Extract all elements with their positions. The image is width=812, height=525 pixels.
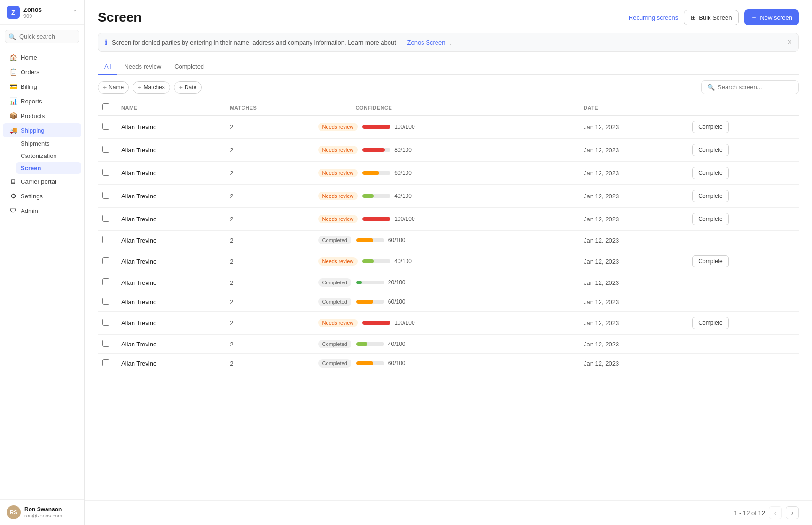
sidebar: Z Zonos 909 ⌃ 🔍 🏠 Home 📋 Orders 💳 Billin… [0, 0, 85, 525]
recurring-screens-button[interactable]: Recurring screens [629, 14, 679, 21]
name-cell: Allan Trevino [117, 312, 225, 335]
status-badge: Needs review [318, 146, 358, 154]
matches-cell: 2 [225, 335, 313, 354]
confidence-wrap: 40/100 [362, 193, 418, 199]
complete-button[interactable]: Complete [692, 190, 728, 202]
row-checkbox[interactable] [102, 236, 109, 243]
confidence-label: 60/100 [388, 360, 412, 367]
action-cell: Complete [687, 116, 799, 139]
row-checkbox[interactable] [102, 340, 109, 347]
admin-icon: 🛡 [9, 207, 17, 214]
settings-icon: ⚙ [9, 192, 17, 200]
filter-date[interactable]: + Date [174, 81, 202, 94]
sidebar-item-label: Settings [21, 193, 43, 200]
complete-button[interactable]: Complete [692, 213, 728, 225]
sidebar-item-billing[interactable]: 💳 Billing [3, 79, 81, 94]
sidebar-item-reports[interactable]: 📊 Reports [3, 94, 81, 108]
confidence-label: 80/100 [394, 147, 418, 153]
select-all-checkbox[interactable] [102, 103, 109, 110]
row-checkbox[interactable] [102, 192, 109, 199]
tab-needs-review[interactable]: Needs review [117, 59, 168, 75]
complete-button[interactable]: Complete [692, 317, 728, 329]
filter-name[interactable]: + Name [98, 81, 129, 94]
billing-icon: 💳 [9, 83, 17, 90]
prev-page-button[interactable]: ‹ [769, 506, 782, 519]
user-info: Ron Swanson ron@zonos.com [24, 506, 62, 518]
status-badge: Needs review [318, 215, 358, 223]
complete-button[interactable]: Complete [692, 121, 728, 133]
next-page-button[interactable]: › [786, 506, 799, 519]
confidence-fill [356, 300, 373, 304]
name-cell: Allan Trevino [117, 139, 225, 162]
matches-column-header: MATCHES [225, 100, 313, 116]
row-checkbox-cell [98, 335, 117, 354]
filter-matches[interactable]: + Matches [133, 81, 170, 94]
pagination: 1 - 12 of 12 ‹ › [85, 500, 812, 525]
close-icon[interactable]: × [788, 38, 792, 47]
complete-button[interactable]: Complete [692, 255, 728, 267]
sidebar-item-carrier-portal[interactable]: 🖥 Carrier portal [3, 174, 81, 188]
status-badge: Needs review [318, 123, 358, 131]
confidence-label: 60/100 [394, 170, 418, 176]
row-checkbox[interactable] [102, 298, 109, 305]
row-checkbox[interactable] [102, 278, 109, 285]
row-checkbox[interactable] [102, 359, 109, 366]
confidence-fill [356, 361, 373, 365]
row-checkbox[interactable] [102, 319, 109, 326]
search-icon: 🔍 [707, 84, 715, 91]
table-row: Allan Trevino 2 Needs review 100/100 Jan… [98, 312, 799, 335]
banner-link[interactable]: Zonos Screen [407, 39, 445, 46]
row-checkbox-cell [98, 208, 117, 231]
sidebar-item-label: Shipping [21, 127, 45, 134]
row-checkbox[interactable] [102, 169, 109, 176]
row-checkbox[interactable] [102, 123, 109, 130]
sidebar-item-settings[interactable]: ⚙ Settings [3, 189, 81, 203]
tab-all[interactable]: All [98, 59, 117, 75]
status-confidence-cell: Needs review 40/100 [313, 185, 579, 208]
search-screen-input[interactable] [718, 84, 793, 91]
sidebar-item-label: Billing [21, 83, 37, 90]
sidebar-item-cartonization[interactable]: Cartonization [16, 150, 81, 162]
sidebar-item-label: Carrier portal [21, 178, 56, 185]
complete-button[interactable]: Complete [692, 144, 728, 156]
sidebar-item-home[interactable]: 🏠 Home [3, 50, 81, 64]
status-confidence-cell: Needs review 80/100 [313, 139, 579, 162]
confidence-fill [356, 281, 362, 284]
name-cell: Allan Trevino [117, 231, 225, 250]
row-checkbox[interactable] [102, 257, 109, 264]
action-cell [687, 354, 799, 373]
action-cell [687, 335, 799, 354]
sidebar-item-orders[interactable]: 📋 Orders [3, 65, 81, 79]
sidebar-item-shipping[interactable]: 🚚 Shipping [3, 123, 81, 137]
select-all-header [98, 100, 117, 116]
row-checkbox-cell [98, 116, 117, 139]
sidebar-item-screen[interactable]: Screen [16, 162, 81, 174]
tab-completed[interactable]: Completed [168, 59, 211, 75]
sidebar-org-info: Zonos 909 [23, 6, 42, 19]
new-screen-button[interactable]: ＋ New screen [744, 9, 799, 25]
confidence-label: 20/100 [388, 279, 412, 286]
action-cell: Complete [687, 312, 799, 335]
sidebar-item-shipments[interactable]: Shipments [16, 138, 81, 149]
confidence-fill [362, 217, 390, 221]
name-cell: Allan Trevino [117, 185, 225, 208]
sidebar-item-products[interactable]: 📦 Products [3, 109, 81, 123]
bulk-screen-button[interactable]: ⊞ Bulk Screen [684, 10, 739, 25]
table-row: Allan Trevino 2 Needs review 80/100 Jan … [98, 139, 799, 162]
status-badge: Completed [318, 359, 351, 368]
sidebar-header[interactable]: Z Zonos 909 ⌃ [0, 0, 84, 25]
table-wrap: NAME MATCHES CONFIDENCE DATE Allan Trevi… [98, 100, 799, 500]
sidebar-item-label: Orders [21, 69, 39, 76]
status-confidence-cell: Needs review 60/100 [313, 162, 579, 185]
sidebar-user[interactable]: RS Ron Swanson ron@zonos.com [0, 499, 84, 525]
new-label: New screen [760, 14, 792, 21]
search-box: 🔍 [701, 80, 799, 94]
complete-button[interactable]: Complete [692, 167, 728, 179]
user-name: Ron Swanson [24, 506, 62, 513]
matches-cell: 2 [225, 185, 313, 208]
row-checkbox[interactable] [102, 146, 109, 153]
filter-label: Matches [143, 84, 164, 91]
confidence-wrap: 60/100 [362, 170, 418, 176]
row-checkbox[interactable] [102, 215, 109, 222]
sidebar-item-admin[interactable]: 🛡 Admin [3, 204, 81, 218]
